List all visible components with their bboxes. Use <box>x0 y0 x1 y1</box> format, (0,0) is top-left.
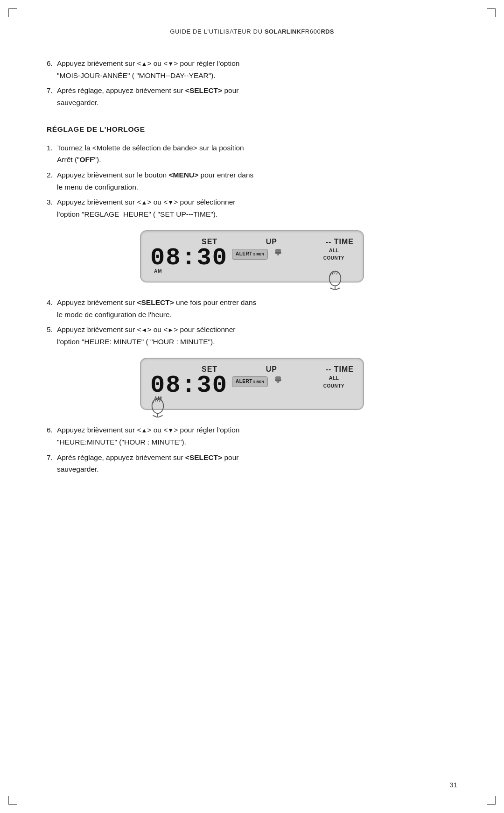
item-6-final-text: Appuyez brièvement sur <▲> ou <▼> pour r… <box>57 424 457 448</box>
item-4: 4. Appuyez brièvement sur <SELECT> une f… <box>47 297 457 320</box>
lcd-1-county: COUNTY <box>323 255 344 262</box>
item-5-num: 5. <box>47 324 55 347</box>
lcd-1-alert: ALERT <box>236 250 252 258</box>
header-model: FR600 <box>301 28 321 35</box>
lcd-1-time: 08:30 <box>150 246 228 270</box>
item-6-final-num: 6. <box>47 424 55 448</box>
header-suffix: RDS <box>321 28 334 35</box>
lcd-2-siren: SIREN <box>253 379 264 385</box>
item-1: 1. Tournez la <Molette de sélection de b… <box>47 142 457 166</box>
lcd-display-2-wrapper: SET UP -- TIME 08:30 AM ALERT SIREN <box>47 358 457 410</box>
pre-item-6-text: Appuyez brièvement sur <▲> ou <▼> pour r… <box>57 57 457 81</box>
lcd-1-bell-icon <box>274 247 284 257</box>
item-5: 5. Appuyez brièvement sur <◄> ou <►> pou… <box>47 324 457 347</box>
main-content: 6. Appuyez brièvement sur <▲> ou <▼> pou… <box>47 57 457 475</box>
pre-item-7-num: 7. <box>47 85 55 108</box>
corner-mark-br <box>487 796 496 805</box>
item-4-num: 4. <box>47 297 55 320</box>
item-2-text: Appuyez brièvement sur le bouton <MENU> … <box>57 169 457 193</box>
item-7-final: 7. Après réglage, appuyez brièvement sur… <box>47 452 457 475</box>
item-3-num: 3. <box>47 196 55 220</box>
item-7-final-num: 7. <box>47 452 55 475</box>
lcd-1-siren: SIREN <box>253 252 264 257</box>
svg-line-13 <box>158 416 163 417</box>
lcd-1-am: AM <box>154 268 162 276</box>
pre-item-7-text: Après réglage, appuyez brièvement sur <S… <box>57 85 457 108</box>
header-brand: SOLARLINK <box>265 28 301 35</box>
lcd-2-alert: ALERT <box>236 378 252 386</box>
lcd-1-all: ALL <box>323 246 344 255</box>
svg-rect-2 <box>275 252 281 254</box>
item-4-text: Appuyez brièvement sur <SELECT> une fois… <box>57 297 457 320</box>
svg-rect-1 <box>277 254 279 255</box>
lcd-display-2: SET UP -- TIME 08:30 AM ALERT SIREN <box>140 358 364 410</box>
lcd-2-county: COUNTY <box>323 382 344 390</box>
lcd-1-right-labels: ALL COUNTY <box>323 246 344 262</box>
header-prefix: GUIDE DE L'UTILISATEUR DU <box>170 28 265 35</box>
page-number: 31 <box>449 781 457 789</box>
section-heading: RÉGLAGE DE L'HORLOGE <box>47 123 457 135</box>
corner-mark-tr <box>487 8 496 17</box>
svg-line-12 <box>153 416 158 417</box>
lcd-1-set: SET <box>202 236 217 248</box>
item-7-final-text: Après réglage, appuyez brièvement sur <S… <box>57 452 457 475</box>
lcd-2-up: UP <box>266 363 277 375</box>
pre-item-7: 7. Après réglage, appuyez brièvement sur… <box>47 85 457 108</box>
lcd-2-alert-box: ALERT SIREN <box>232 376 268 387</box>
corner-mark-tl <box>8 8 17 17</box>
svg-line-6 <box>335 288 340 290</box>
lcd-2-hand-icon <box>148 397 167 417</box>
item-3-text: Appuyez brièvement sur <▲> ou <▼> pour s… <box>57 196 457 220</box>
corner-mark-bl <box>8 796 17 805</box>
item-1-num: 1. <box>47 142 55 166</box>
lcd-2-right-labels: ALL COUNTY <box>323 374 344 390</box>
lcd-2-bell-icon <box>274 375 284 384</box>
item-1-text: Tournez la <Molette de sélection de band… <box>57 142 457 166</box>
pre-item-6-num: 6. <box>47 57 55 81</box>
pre-item-6: 6. Appuyez brièvement sur <▲> ou <▼> pou… <box>47 57 457 81</box>
lcd-2-time: 08:30 <box>150 374 228 398</box>
lcd-display-1: SET UP -- TIME 08:30 AM ALERT SIREN <box>140 230 364 283</box>
item-2-num: 2. <box>47 169 55 193</box>
item-3: 3. Appuyez brièvement sur <▲> ou <▼> pou… <box>47 196 457 220</box>
lcd-1-hand-icon <box>326 269 344 290</box>
svg-line-5 <box>330 288 335 290</box>
lcd-2-set: SET <box>202 363 217 375</box>
item-6-final: 6. Appuyez brièvement sur <▲> ou <▼> pou… <box>47 424 457 448</box>
item-2: 2. Appuyez brièvement sur le bouton <MEN… <box>47 169 457 193</box>
lcd-2-all: ALL <box>323 374 344 382</box>
svg-rect-9 <box>275 380 281 381</box>
page-header: GUIDE DE L'UTILISATEUR DU SOLARLINKFR600… <box>47 28 457 35</box>
svg-rect-8 <box>277 382 279 383</box>
lcd-1-up: UP <box>266 236 277 248</box>
item-5-text: Appuyez brièvement sur <◄> ou <►> pour s… <box>57 324 457 347</box>
lcd-display-1-wrapper: SET UP -- TIME 08:30 AM ALERT SIREN <box>47 230 457 283</box>
lcd-1-alert-box: ALERT SIREN <box>232 249 268 260</box>
